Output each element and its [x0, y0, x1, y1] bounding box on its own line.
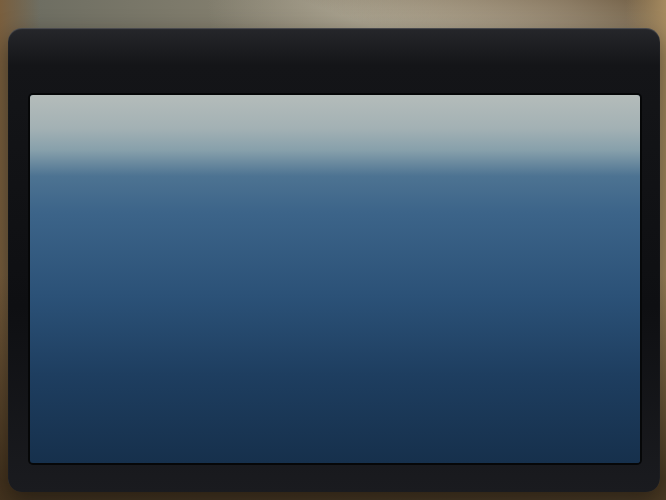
screen: 访达文件编辑显示前往窗口帮助 拼 周五 下午3:14 返回⌘[前进⌘]上层文件夹…: [30, 95, 640, 463]
photo-background: 访达文件编辑显示前往窗口帮助 拼 周五 下午3:14 返回⌘[前进⌘]上层文件夹…: [0, 0, 666, 500]
laptop-body: 访达文件编辑显示前往窗口帮助 拼 周五 下午3:14 返回⌘[前进⌘]上层文件夹…: [8, 28, 660, 492]
catalina-wallpaper: [30, 95, 640, 463]
